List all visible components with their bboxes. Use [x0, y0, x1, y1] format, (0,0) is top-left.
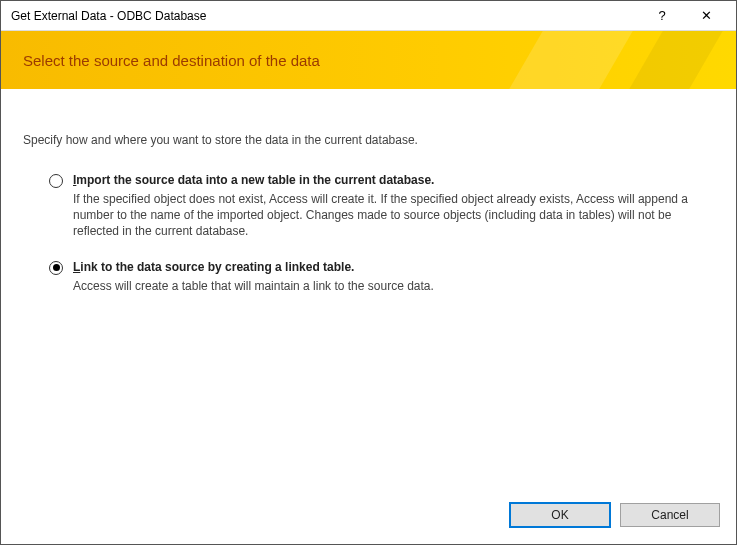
content-area: Specify how and where you want to store …	[1, 89, 736, 496]
option-link-label: Link to the data source by creating a li…	[73, 260, 714, 274]
option-link-text: Link to the data source by creating a li…	[73, 260, 714, 294]
help-icon: ?	[658, 8, 665, 23]
radio-import[interactable]	[49, 174, 63, 188]
option-link[interactable]: Link to the data source by creating a li…	[49, 260, 714, 294]
cancel-button[interactable]: Cancel	[620, 503, 720, 527]
titlebar-controls: ? ✕	[640, 2, 728, 30]
help-button[interactable]: ?	[640, 2, 684, 30]
option-import-label: Import the source data into a new table …	[73, 173, 714, 187]
titlebar: Get External Data - ODBC Database ? ✕	[1, 1, 736, 31]
option-link-desc: Access will create a table that will mai…	[73, 278, 714, 294]
option-import-text: Import the source data into a new table …	[73, 173, 714, 240]
option-import-desc: If the specified object does not exist, …	[73, 191, 714, 240]
instruction-text: Specify how and where you want to store …	[23, 133, 714, 147]
dialog: Get External Data - ODBC Database ? ✕ Se…	[0, 0, 737, 545]
window-title: Get External Data - ODBC Database	[11, 9, 640, 23]
close-icon: ✕	[701, 8, 712, 23]
footer: OK Cancel	[1, 496, 736, 544]
banner: Select the source and destination of the…	[1, 31, 736, 89]
banner-title: Select the source and destination of the…	[23, 52, 320, 69]
radio-link[interactable]	[49, 261, 63, 275]
option-import[interactable]: Import the source data into a new table …	[49, 173, 714, 240]
close-button[interactable]: ✕	[684, 2, 728, 30]
options-group: Import the source data into a new table …	[23, 173, 714, 294]
ok-button[interactable]: OK	[510, 503, 610, 527]
